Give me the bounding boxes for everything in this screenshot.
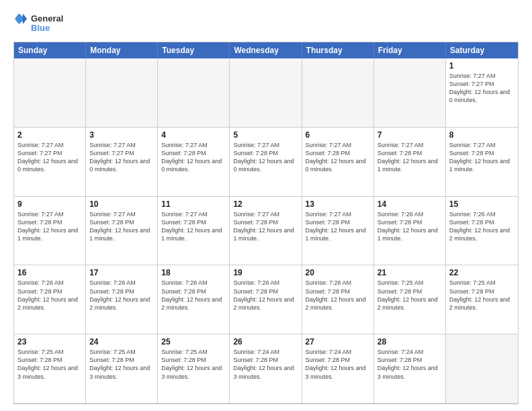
cell-sun-info: Sunrise: 7:26 AMSunset: 7:28 PMDaylight:…	[161, 279, 226, 312]
cell-sun-info: Sunrise: 7:25 AMSunset: 7:28 PMDaylight:…	[89, 348, 154, 381]
day-number: 23	[17, 337, 82, 347]
calendar-cell: 10Sunrise: 7:27 AMSunset: 7:28 PMDayligh…	[86, 197, 158, 266]
cell-sun-info: Sunrise: 7:26 AMSunset: 7:28 PMDaylight:…	[306, 279, 370, 312]
day-number: 1	[449, 61, 515, 71]
cell-sun-info: Sunrise: 7:26 AMSunset: 7:28 PMDaylight:…	[89, 279, 154, 312]
day-of-week-tuesday: Tuesday	[158, 42, 230, 58]
svg-text:General: General	[31, 13, 63, 24]
calendar-cell: 4Sunrise: 7:27 AMSunset: 7:28 PMDaylight…	[158, 128, 230, 197]
day-number: 24	[89, 337, 154, 347]
day-number: 2	[17, 130, 82, 140]
calendar-cell: 25Sunrise: 7:25 AMSunset: 7:28 PMDayligh…	[158, 334, 230, 404]
calendar-cell: 23Sunrise: 7:25 AMSunset: 7:28 PMDayligh…	[14, 334, 86, 404]
cell-sun-info: Sunrise: 7:26 AMSunset: 7:28 PMDaylight:…	[17, 279, 82, 312]
day-number: 25	[161, 337, 226, 347]
cell-sun-info: Sunrise: 7:27 AMSunset: 7:28 PMDaylight:…	[306, 141, 370, 174]
day-number: 3	[89, 130, 154, 140]
cell-sun-info: Sunrise: 7:25 AMSunset: 7:28 PMDaylight:…	[378, 279, 442, 312]
day-number: 21	[378, 268, 442, 277]
day-of-week-monday: Monday	[86, 42, 158, 58]
cell-sun-info: Sunrise: 7:27 AMSunset: 7:28 PMDaylight:…	[233, 141, 298, 174]
calendar-cell: 2Sunrise: 7:27 AMSunset: 7:27 PMDaylight…	[14, 128, 86, 197]
calendar-cell: 5Sunrise: 7:27 AMSunset: 7:28 PMDaylight…	[230, 128, 302, 197]
day-of-week-saturday: Saturday	[446, 42, 518, 58]
day-number: 10	[89, 199, 154, 209]
day-number: 6	[306, 130, 370, 140]
day-number: 19	[233, 268, 298, 277]
cell-sun-info: Sunrise: 7:27 AMSunset: 7:28 PMDaylight:…	[233, 210, 298, 243]
cell-sun-info: Sunrise: 7:27 AMSunset: 7:27 PMDaylight:…	[89, 141, 154, 174]
day-number: 15	[449, 199, 515, 209]
cell-sun-info: Sunrise: 7:27 AMSunset: 7:28 PMDaylight:…	[306, 210, 370, 243]
calendar-cell: 3Sunrise: 7:27 AMSunset: 7:27 PMDaylight…	[86, 128, 158, 197]
cell-sun-info: Sunrise: 7:27 AMSunset: 7:27 PMDaylight:…	[17, 141, 82, 174]
calendar-cell: 28Sunrise: 7:24 AMSunset: 7:28 PMDayligh…	[374, 334, 446, 404]
calendar-cell: 24Sunrise: 7:25 AMSunset: 7:28 PMDayligh…	[86, 334, 158, 404]
cell-sun-info: Sunrise: 7:24 AMSunset: 7:28 PMDaylight:…	[233, 348, 298, 381]
page: General Blue SundayMondayTuesdayWednesda…	[0, 0, 532, 411]
day-number: 16	[17, 268, 82, 277]
day-number: 13	[306, 199, 370, 209]
calendar-cell: 17Sunrise: 7:26 AMSunset: 7:28 PMDayligh…	[86, 265, 158, 334]
day-of-week-thursday: Thursday	[302, 42, 374, 58]
day-of-week-wednesday: Wednesday	[230, 42, 302, 58]
cell-sun-info: Sunrise: 7:27 AMSunset: 7:28 PMDaylight:…	[449, 141, 515, 174]
calendar-cell	[374, 58, 446, 128]
day-number: 26	[233, 337, 298, 347]
day-number: 9	[17, 199, 82, 209]
calendar-cell: 27Sunrise: 7:24 AMSunset: 7:28 PMDayligh…	[302, 334, 374, 404]
day-of-week-sunday: Sunday	[14, 42, 86, 58]
day-number: 18	[161, 268, 226, 277]
calendar-cell: 19Sunrise: 7:26 AMSunset: 7:28 PMDayligh…	[230, 265, 302, 334]
day-number: 11	[161, 199, 226, 209]
calendar-cell: 8Sunrise: 7:27 AMSunset: 7:28 PMDaylight…	[446, 128, 518, 197]
day-number: 4	[161, 130, 226, 140]
calendar-cell: 11Sunrise: 7:27 AMSunset: 7:28 PMDayligh…	[158, 197, 230, 266]
calendar-header: SundayMondayTuesdayWednesdayThursdayFrid…	[14, 42, 518, 58]
cell-sun-info: Sunrise: 7:27 AMSunset: 7:28 PMDaylight:…	[378, 141, 442, 174]
calendar-body: 1Sunrise: 7:27 AMSunset: 7:27 PMDaylight…	[14, 58, 518, 404]
calendar-cell: 14Sunrise: 7:26 AMSunset: 7:28 PMDayligh…	[374, 197, 446, 266]
calendar-cell	[446, 334, 518, 404]
calendar-cell: 1Sunrise: 7:27 AMSunset: 7:27 PMDaylight…	[446, 58, 518, 128]
calendar-cell	[86, 58, 158, 128]
cell-sun-info: Sunrise: 7:27 AMSunset: 7:28 PMDaylight:…	[17, 210, 82, 243]
cell-sun-info: Sunrise: 7:27 AMSunset: 7:27 PMDaylight:…	[449, 72, 515, 105]
calendar-cell: 15Sunrise: 7:26 AMSunset: 7:28 PMDayligh…	[446, 197, 518, 266]
calendar-cell: 12Sunrise: 7:27 AMSunset: 7:28 PMDayligh…	[230, 197, 302, 266]
svg-text:Blue: Blue	[31, 23, 50, 33]
day-number: 28	[378, 337, 442, 347]
day-number: 20	[306, 268, 370, 277]
day-number: 7	[378, 130, 442, 140]
day-number: 22	[449, 268, 515, 277]
calendar-cell: 21Sunrise: 7:25 AMSunset: 7:28 PMDayligh…	[374, 265, 446, 334]
svg-marker-3	[23, 13, 27, 24]
cell-sun-info: Sunrise: 7:27 AMSunset: 7:28 PMDaylight:…	[161, 141, 226, 174]
day-number: 8	[449, 130, 515, 140]
calendar-cell: 7Sunrise: 7:27 AMSunset: 7:28 PMDaylight…	[374, 128, 446, 197]
day-number: 14	[378, 199, 442, 209]
cell-sun-info: Sunrise: 7:25 AMSunset: 7:28 PMDaylight:…	[449, 279, 515, 312]
calendar-cell: 6Sunrise: 7:27 AMSunset: 7:28 PMDaylight…	[302, 128, 374, 197]
calendar-cell: 20Sunrise: 7:26 AMSunset: 7:28 PMDayligh…	[302, 265, 374, 334]
day-number: 5	[233, 130, 298, 140]
header: General Blue	[13, 11, 519, 36]
calendar-cell: 18Sunrise: 7:26 AMSunset: 7:28 PMDayligh…	[158, 265, 230, 334]
cell-sun-info: Sunrise: 7:26 AMSunset: 7:28 PMDaylight:…	[378, 210, 442, 243]
cell-sun-info: Sunrise: 7:26 AMSunset: 7:28 PMDaylight:…	[449, 210, 515, 243]
day-number: 27	[306, 337, 370, 347]
calendar-cell: 13Sunrise: 7:27 AMSunset: 7:28 PMDayligh…	[302, 197, 374, 266]
calendar-cell: 26Sunrise: 7:24 AMSunset: 7:28 PMDayligh…	[230, 334, 302, 404]
calendar-cell: 22Sunrise: 7:25 AMSunset: 7:28 PMDayligh…	[446, 265, 518, 334]
logo-svg: General Blue	[13, 11, 67, 36]
calendar-cell	[302, 58, 374, 128]
day-number: 12	[233, 199, 298, 209]
cell-sun-info: Sunrise: 7:25 AMSunset: 7:28 PMDaylight:…	[17, 348, 82, 381]
cell-sun-info: Sunrise: 7:27 AMSunset: 7:28 PMDaylight:…	[89, 210, 154, 243]
calendar-cell	[158, 58, 230, 128]
calendar: SundayMondayTuesdayWednesdayThursdayFrid…	[13, 42, 519, 404]
calendar-cell: 9Sunrise: 7:27 AMSunset: 7:28 PMDaylight…	[14, 197, 86, 266]
cell-sun-info: Sunrise: 7:24 AMSunset: 7:28 PMDaylight:…	[378, 348, 442, 381]
cell-sun-info: Sunrise: 7:27 AMSunset: 7:28 PMDaylight:…	[161, 210, 226, 243]
cell-sun-info: Sunrise: 7:26 AMSunset: 7:28 PMDaylight:…	[233, 279, 298, 312]
